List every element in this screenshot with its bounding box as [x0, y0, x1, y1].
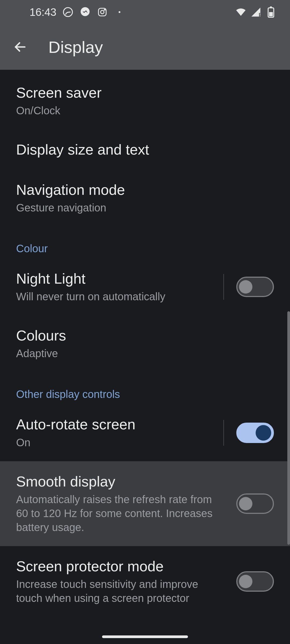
divider: [223, 274, 224, 300]
divider: [223, 420, 224, 446]
whatsapp-icon: [62, 6, 74, 18]
setting-subtitle: On: [16, 436, 216, 449]
instagram-icon: [97, 6, 108, 18]
setting-subtitle: Gesture navigation: [16, 201, 226, 215]
setting-title: Auto-rotate screen: [16, 416, 216, 433]
setting-subtitle: On/Clock: [16, 104, 226, 118]
messenger-icon: [79, 6, 91, 18]
night-light-toggle[interactable]: [236, 277, 274, 297]
section-header-colour: Colour: [0, 226, 290, 258]
setting-subtitle: Adaptive: [16, 346, 226, 360]
setting-subtitle: Automatically raises the refresh rate fr…: [16, 492, 226, 534]
setting-auto-rotate[interactable]: Auto-rotate screen On: [0, 404, 290, 461]
battery-icon: [265, 6, 277, 18]
more-notifications-dot-icon: [114, 6, 125, 18]
section-header-other: Other display controls: [0, 372, 290, 404]
screen-protector-toggle[interactable]: [236, 571, 274, 592]
setting-smooth-display[interactable]: Smooth display Automatically raises the …: [0, 461, 290, 546]
svg-point-4: [104, 9, 105, 10]
setting-title: Colours: [16, 327, 274, 344]
back-button[interactable]: [11, 38, 30, 56]
setting-colours[interactable]: Colours Adaptive: [0, 315, 290, 372]
gesture-nav-handle-icon[interactable]: [102, 635, 188, 638]
svg-rect-10: [269, 12, 273, 16]
status-time: 16:43: [30, 6, 56, 18]
setting-display-size-text[interactable]: Display size and text: [0, 129, 290, 170]
setting-title: Night Light: [16, 270, 216, 287]
arrow-left-icon: [13, 40, 27, 54]
setting-subtitle: Increase touch sensitivity and improve t…: [16, 577, 226, 605]
setting-navigation-mode[interactable]: Navigation mode Gesture navigation: [0, 170, 290, 226]
setting-title: Navigation mode: [16, 181, 274, 198]
setting-screen-protector-mode[interactable]: Screen protector mode Increase touch sen…: [0, 546, 290, 617]
app-bar: Display: [0, 24, 290, 70]
scrollbar[interactable]: [287, 311, 290, 545]
svg-text:!: !: [259, 13, 261, 17]
settings-list: Screen saver On/Clock Display size and t…: [0, 70, 290, 617]
cellular-signal-icon: !: [250, 6, 262, 18]
status-bar: 16:43 !: [0, 0, 290, 24]
wifi-icon: [235, 6, 247, 18]
page-title: Display: [48, 38, 103, 57]
svg-rect-9: [270, 6, 272, 8]
setting-night-light[interactable]: Night Light Will never turn on automatic…: [0, 258, 290, 315]
setting-subtitle: Will never turn on automatically: [16, 290, 216, 303]
setting-title: Screen saver: [16, 84, 274, 101]
setting-title: Screen protector mode: [16, 558, 226, 575]
setting-title: Display size and text: [16, 141, 274, 158]
svg-point-5: [119, 11, 121, 13]
setting-title: Smooth display: [16, 473, 226, 490]
svg-point-3: [101, 10, 104, 14]
auto-rotate-toggle[interactable]: [236, 423, 274, 443]
setting-screen-saver[interactable]: Screen saver On/Clock: [0, 72, 290, 129]
smooth-display-toggle[interactable]: [236, 493, 274, 514]
